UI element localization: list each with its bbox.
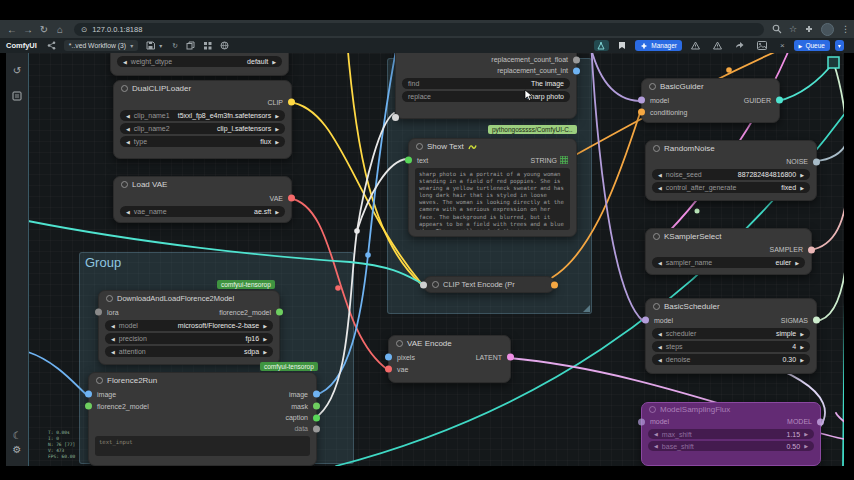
node-basicguider[interactable]: BasicGuider model GUIDER conditioning — [641, 78, 780, 123]
back-icon[interactable]: ← — [4, 24, 20, 35]
widget-sampler-name[interactable]: sampler_nameeuler — [652, 257, 805, 268]
node-vae-encode[interactable]: VAE Encode pixels LATENT vae — [388, 335, 511, 383]
input-port-florence2-model[interactable] — [85, 403, 92, 410]
widget-denoise[interactable]: denoise0.30 — [652, 354, 810, 365]
output-port-replacement-count-int[interactable] — [573, 67, 580, 74]
collapse-dot-icon[interactable] — [121, 181, 128, 188]
collapse-dot-icon[interactable] — [121, 85, 128, 92]
widget-type[interactable]: typeflux — [120, 136, 285, 147]
node-florence2run[interactable]: Florence2Run image image florence2_model… — [88, 372, 317, 466]
history-icon[interactable]: ↺ — [13, 65, 21, 79]
close-icon[interactable]: × — [780, 41, 785, 50]
manager-button[interactable]: Manager — [635, 40, 682, 51]
grid-icon[interactable] — [203, 41, 212, 50]
widget-noise-seed[interactable]: noise_seed887282484816800 — [652, 169, 810, 180]
save-chevron-icon[interactable] — [159, 42, 162, 49]
output-port-florence2-model[interactable] — [276, 309, 283, 316]
output-port-guider[interactable] — [776, 97, 783, 104]
widget-max-shift[interactable]: max_shift1.15 — [648, 429, 814, 439]
share-graph-icon[interactable] — [47, 41, 56, 50]
string-grid-icon[interactable] — [560, 156, 568, 164]
collapse-dot-icon[interactable] — [653, 145, 660, 152]
collapse-dot-icon[interactable] — [96, 377, 103, 384]
save-icon[interactable] — [146, 41, 155, 50]
globe-icon[interactable] — [220, 41, 229, 50]
output-port-model[interactable] — [817, 418, 824, 425]
collapse-dot-icon[interactable] — [396, 340, 403, 347]
group-resize-handle[interactable] — [583, 305, 590, 312]
widget-base-shift[interactable]: base_shift0.50 — [648, 441, 814, 451]
site-info-icon[interactable]: ⊙ — [81, 25, 87, 34]
input-port-text[interactable] — [392, 114, 399, 121]
output-port-data[interactable] — [313, 425, 320, 432]
widget-vae-name[interactable]: vae_nameae.sft — [120, 206, 285, 217]
bookmark-star-icon[interactable]: ☆ — [789, 24, 797, 34]
widget-precision[interactable]: precisionfp16 — [105, 333, 273, 344]
collapse-dot-icon[interactable] — [653, 303, 660, 310]
refresh-icon[interactable]: ↻ — [172, 42, 178, 50]
widget-steps[interactable]: steps4 — [652, 341, 810, 352]
graph-view-icon[interactable] — [594, 40, 609, 51]
node-load-vae[interactable]: Load VAE VAE vae_nameae.sft — [113, 176, 292, 223]
collapse-dot-icon[interactable] — [653, 233, 660, 240]
node-basicscheduler[interactable]: BasicScheduler model SIGMAS schedulersim… — [645, 298, 817, 374]
collapse-dot-icon[interactable] — [106, 295, 113, 302]
home-icon[interactable]: ⌂ — [52, 24, 68, 35]
logs-icon[interactable] — [12, 91, 22, 105]
theme-moon-icon[interactable]: ☾ — [13, 430, 22, 444]
reload-icon[interactable]: ↻ — [36, 24, 52, 35]
queue-options-button[interactable] — [835, 40, 844, 51]
widget-attention[interactable]: attentionsdpa — [105, 346, 273, 357]
caption-text[interactable]: sharp photo is a portrait of a young wom… — [415, 168, 570, 230]
settings-gear-icon[interactable]: ⚙ — [13, 444, 22, 458]
output-port-conditioning[interactable] — [551, 281, 558, 288]
collapse-dot-icon[interactable] — [649, 83, 656, 90]
node-clip-text-encode[interactable]: CLIP Text Encode (Pr — [423, 276, 555, 293]
widget-clip-name2[interactable]: clip_name2clip_l.safetensors — [120, 123, 285, 134]
extensions-icon[interactable] — [804, 24, 814, 34]
decrement-arrow-icon[interactable] — [123, 59, 127, 65]
node-florence2-loader[interactable]: DownloadAndLoadFlorence2Model lora flore… — [98, 290, 280, 365]
node-modelsamplingflux[interactable]: ModelSamplingFlux model MODEL max_shift1… — [641, 402, 821, 466]
output-port-sampler[interactable] — [808, 246, 815, 253]
input-port-model[interactable] — [642, 317, 649, 324]
widget-control-after-generate[interactable]: control_after_generatefixed — [652, 182, 810, 193]
increment-arrow-icon[interactable] — [272, 59, 276, 65]
search-icon[interactable] — [772, 24, 782, 34]
collapse-dot-icon[interactable] — [416, 143, 423, 150]
output-port-vae[interactable] — [288, 195, 295, 202]
output-port-clip[interactable] — [288, 99, 295, 106]
output-port-image[interactable] — [313, 391, 320, 398]
queue-button[interactable]: ▶ Queue — [794, 40, 830, 51]
input-port-image[interactable] — [85, 391, 92, 398]
collapse-dot-icon[interactable] — [649, 406, 656, 413]
share-arrow-icon[interactable] — [735, 41, 744, 50]
gallery-icon[interactable] — [757, 41, 767, 50]
input-port-model[interactable] — [638, 97, 645, 104]
text-input-textarea[interactable]: text_input — [95, 436, 310, 456]
alert-icon-2[interactable] — [713, 41, 722, 50]
node-ksamplerselect[interactable]: KSamplerSelect SAMPLER sampler_nameeuler — [645, 228, 812, 275]
widget-weight-dtype[interactable]: weight_dtype default — [117, 56, 282, 67]
profile-avatar[interactable] — [821, 23, 834, 36]
output-port-caption[interactable] — [313, 414, 320, 421]
forward-icon[interactable]: → — [20, 24, 36, 35]
output-port-latent[interactable] — [507, 354, 514, 361]
copy-icon[interactable] — [186, 41, 195, 50]
input-port-pixels[interactable] — [385, 354, 392, 361]
node-replace-text[interactable]: replacement_count_float replacement_coun… — [395, 45, 577, 119]
group-title[interactable]: Group — [80, 253, 353, 272]
output-port-noise[interactable] — [813, 158, 820, 165]
node-dualcliploader[interactable]: DualCLIPLoader CLIP clip_name1t5xxl_fp8_… — [113, 80, 292, 159]
input-port-text[interactable] — [405, 157, 412, 164]
widget-clip-name1[interactable]: clip_name1t5xxl_fp8_e4m3fn.safetensors — [120, 110, 285, 121]
input-port[interactable] — [420, 281, 427, 288]
input-port-vae[interactable] — [385, 366, 392, 373]
input-port-conditioning[interactable] — [638, 109, 645, 116]
output-port-replacement-count-float[interactable] — [573, 56, 580, 63]
bookmark-icon[interactable] — [618, 41, 626, 50]
node-randomnoise[interactable]: RandomNoise NOISE noise_seed887282484816… — [645, 140, 817, 201]
widget-scheduler[interactable]: schedulersimple — [652, 328, 810, 339]
widget-model[interactable]: modelmicrosoft/Florence-2-base — [105, 320, 273, 331]
address-bar[interactable]: ⊙ 127.0.0.1:8188 — [74, 23, 764, 36]
